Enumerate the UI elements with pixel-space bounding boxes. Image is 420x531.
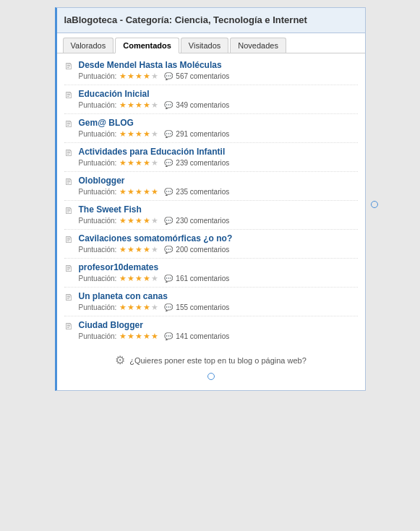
comment-count: 291 comentarios — [176, 130, 229, 138]
comment-icon: 💬 — [164, 246, 173, 254]
star-icon: ★ — [143, 216, 150, 225]
blog-meta: Puntuación:★★★★★💬239 comentarios — [79, 158, 358, 168]
blog-page-icon: 🖹 — [64, 119, 74, 131]
star-icon: ★ — [135, 158, 142, 168]
star-icon: ★ — [119, 158, 127, 168]
blog-info: profesor10dematesPuntuación:★★★★★💬161 co… — [79, 262, 358, 283]
comment-icon: 💬 — [164, 188, 173, 196]
comment-count: 161 comentarios — [176, 275, 229, 282]
comment-count: 239 comentarios — [176, 159, 229, 167]
blog-name-link[interactable]: Desde Mendel Hasta las Moléculas — [79, 60, 358, 70]
blog-name-link[interactable]: Educación Inicial — [79, 89, 358, 99]
puntuacion-label: Puntuación: — [79, 275, 117, 282]
star-rating: ★★★★★ — [119, 187, 158, 197]
star-icon: ★ — [127, 245, 134, 254]
comment-count: 200 comentarios — [176, 246, 229, 254]
blog-meta: Puntuación:★★★★★💬291 comentarios — [79, 129, 358, 139]
blog-meta: Puntuación:★★★★★💬567 comentarios — [79, 72, 358, 81]
blog-list-wrapper: 🖹Desde Mendel Hasta las MoléculasPuntuac… — [57, 53, 365, 347]
blog-meta: Puntuación:★★★★★💬141 comentarios — [79, 332, 358, 341]
scroll-bottom-indicator — [57, 370, 365, 383]
tab-visitados[interactable]: Visitados — [181, 38, 228, 53]
blog-item: 🖹Desde Mendel Hasta las MoléculasPuntuac… — [64, 56, 358, 85]
blog-name-link[interactable]: Cavilaciones somatomórficas ¿o no? — [79, 233, 358, 243]
blog-page-icon: 🖹 — [64, 61, 74, 73]
star-icon: ★ — [151, 274, 158, 283]
comment-count: 141 comentarios — [176, 332, 229, 340]
comment-icon: 💬 — [164, 130, 173, 138]
puntuacion-label: Puntuación: — [79, 217, 117, 225]
blog-page-icon: 🖹 — [64, 206, 74, 217]
star-icon: ★ — [127, 274, 134, 283]
star-icon: ★ — [135, 303, 142, 312]
blog-meta: Puntuación:★★★★★💬235 comentarios — [79, 187, 358, 197]
scroll-dot — [207, 373, 215, 380]
star-icon: ★ — [143, 158, 150, 168]
comment-icon: 💬 — [164, 159, 173, 167]
blog-meta: Puntuación:★★★★★💬349 comentarios — [79, 100, 358, 110]
comment-count: 155 comentarios — [176, 303, 229, 311]
blog-name-link[interactable]: profesor10demates — [79, 262, 358, 272]
star-icon: ★ — [143, 303, 150, 312]
widget-container: laBlogoteca - Categoría: Ciencia, Tecnol… — [55, 7, 366, 391]
star-icon: ★ — [119, 216, 127, 225]
blog-page-icon: 🖹 — [64, 321, 74, 333]
star-icon: ★ — [143, 72, 150, 81]
blog-name-link[interactable]: Ciudad Blogger — [79, 320, 358, 330]
comment-icon: 💬 — [164, 101, 173, 109]
tab-valorados[interactable]: Valorados — [63, 38, 114, 53]
star-icon: ★ — [127, 72, 134, 81]
star-icon: ★ — [143, 100, 150, 110]
star-icon: ★ — [151, 72, 158, 81]
star-icon: ★ — [119, 245, 127, 254]
blog-page-icon: 🖹 — [64, 90, 74, 102]
footer-text[interactable]: ¿Quieres poner este top en tu blog o pág… — [129, 356, 307, 365]
star-icon: ★ — [151, 100, 158, 110]
puntuacion-label: Puntuación: — [79, 246, 117, 254]
blog-info: Educación InicialPuntuación:★★★★★💬349 co… — [79, 89, 358, 110]
star-icon: ★ — [135, 129, 142, 139]
comment-icon: 💬 — [164, 332, 173, 340]
puntuacion-label: Puntuación: — [79, 101, 117, 109]
blog-name-link[interactable]: Oloblogger — [79, 176, 358, 186]
scroll-side-indicator — [371, 201, 378, 208]
blog-info: Cavilaciones somatomórficas ¿o no?Puntua… — [79, 233, 358, 254]
star-icon: ★ — [119, 72, 127, 81]
star-rating: ★★★★★ — [119, 303, 158, 312]
comment-count: 235 comentarios — [176, 188, 229, 196]
blog-info: Ciudad BloggerPuntuación:★★★★★💬141 comen… — [79, 320, 358, 341]
star-icon: ★ — [127, 100, 134, 110]
puntuacion-label: Puntuación: — [79, 332, 117, 340]
star-icon: ★ — [119, 332, 127, 341]
blog-item: 🖹Actividades para Educación InfantilPunt… — [64, 143, 358, 172]
blog-name-link[interactable]: Gem@ BLOG — [79, 118, 358, 128]
star-icon: ★ — [151, 216, 158, 225]
star-icon: ★ — [143, 245, 150, 254]
blog-name-link[interactable]: Un planeta con canas — [79, 291, 358, 301]
blog-name-link[interactable]: The Sweet Fish — [79, 204, 358, 215]
star-icon: ★ — [143, 129, 150, 139]
star-icon: ★ — [151, 303, 158, 312]
comment-icon: 💬 — [164, 217, 173, 225]
star-icon: ★ — [143, 187, 150, 197]
star-icon: ★ — [119, 274, 127, 283]
blog-meta: Puntuación:★★★★★💬155 comentarios — [79, 303, 358, 312]
star-rating: ★★★★★ — [119, 332, 158, 341]
star-icon: ★ — [151, 332, 158, 341]
star-icon: ★ — [135, 274, 142, 283]
blog-name-link[interactable]: Actividades para Educación Infantil — [79, 147, 358, 157]
star-icon: ★ — [127, 216, 134, 225]
tab-comentados[interactable]: Comentados — [115, 38, 179, 53]
blog-list: 🖹Desde Mendel Hasta las MoléculasPuntuac… — [57, 53, 365, 347]
blog-page-icon: 🖹 — [64, 148, 74, 160]
star-icon: ★ — [127, 187, 134, 197]
blog-info: Un planeta con canasPuntuación:★★★★★💬155… — [79, 291, 358, 312]
star-icon: ★ — [127, 303, 134, 312]
star-icon: ★ — [119, 303, 127, 312]
blog-item: 🖹OlobloggerPuntuación:★★★★★💬235 comentar… — [64, 172, 358, 201]
star-icon: ★ — [119, 129, 127, 139]
blog-meta: Puntuación:★★★★★💬230 comentarios — [79, 216, 358, 225]
footer-section: ⚙ ¿Quieres poner este top en tu blog o p… — [57, 347, 365, 370]
tab-novedades[interactable]: Novedades — [230, 38, 286, 53]
star-icon: ★ — [151, 158, 158, 168]
